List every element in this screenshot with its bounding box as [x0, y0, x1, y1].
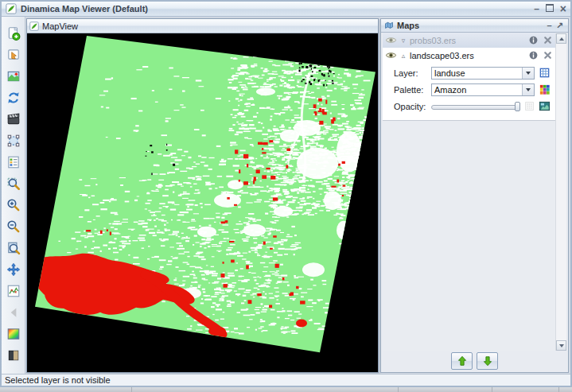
opacity-label: Opacity: — [394, 102, 427, 111]
visibility-toggle[interactable] — [385, 36, 397, 45]
maximize-button[interactable] — [546, 3, 554, 14]
expand-toggle[interactable]: ▿ — [399, 37, 407, 45]
palette-label: Palette: — [394, 85, 427, 95]
scroll-up-button[interactable] — [556, 33, 566, 44]
layer-remove-button[interactable] — [543, 50, 553, 60]
maps-panel-title: Maps — [397, 21, 544, 30]
layer-remove-button[interactable] — [543, 35, 553, 45]
opacity-slider-thumb[interactable] — [515, 102, 520, 111]
zoom-full-extent-button[interactable] — [4, 239, 23, 257]
close-button[interactable]: × — [560, 3, 566, 14]
pan-button[interactable] — [4, 261, 23, 278]
layer-row-controls: Layer: landuse — [394, 64, 551, 81]
titlebar[interactable]: Dinamica Map Viewer (Default) – × — [2, 2, 570, 17]
new-map-button[interactable] — [4, 25, 23, 42]
scroll-down-button[interactable] — [556, 340, 566, 351]
layers-block: ▿probs03.ers▵landscape03.ers Layer: land… — [383, 33, 555, 121]
visibility-toggle[interactable] — [385, 51, 397, 60]
palette-row-controls: Palette: Amazon — [394, 81, 551, 98]
zoom-in-button[interactable] — [4, 196, 23, 214]
panel-minimize-button[interactable]: – — [544, 21, 554, 30]
palette-select-dropdown-button[interactable] — [522, 84, 534, 95]
legend-button[interactable] — [4, 153, 23, 171]
maps-panel: Maps – ↗ ▿probs03.ers▵landscape03.ers La… — [380, 18, 569, 373]
zoom-to-region-button[interactable] — [4, 175, 23, 192]
screen: Dinamica Map Viewer (Default) – × MapVie… — [0, 0, 572, 392]
layers-list: ▿probs03.ers▵landscape03.ers Layer: land… — [383, 33, 566, 351]
layers-scrollbar[interactable] — [555, 33, 566, 351]
status-bar: Selected layer is not visible — [2, 374, 570, 386]
expand-toggle[interactable]: ▵ — [399, 52, 407, 60]
layer-rows: ▿probs03.ers▵landscape03.ers — [383, 33, 555, 63]
attribute-table-button[interactable] — [539, 67, 551, 79]
zoom-out-button[interactable] — [4, 218, 23, 235]
opacity-row-controls: Opacity: — [394, 98, 551, 114]
profile-plot-button[interactable] — [4, 282, 23, 300]
panel-float-button[interactable]: ↗ — [554, 21, 565, 30]
opacity-value-button[interactable] — [524, 101, 535, 111]
raster-preview-button[interactable] — [539, 100, 551, 112]
export-image-button[interactable] — [4, 68, 23, 85]
maps-panel-header[interactable]: Maps – ↗ — [381, 19, 568, 33]
maps-icon — [384, 21, 394, 30]
opacity-slider-track — [431, 105, 520, 110]
layer-select[interactable]: landuse — [431, 67, 535, 80]
palette-editor-button[interactable] — [4, 325, 23, 343]
mapview-window: MapView — [26, 18, 379, 373]
contrast-button[interactable] — [4, 347, 23, 364]
opacity-slider[interactable] — [431, 100, 520, 113]
mapview-title: MapView — [42, 21, 78, 31]
chevron-down-icon — [526, 72, 531, 75]
palette-select[interactable]: Amazon — [431, 83, 535, 96]
map-image — [27, 33, 378, 372]
arrow-up-icon — [457, 355, 468, 367]
layer-row[interactable]: ▿probs03.ers — [383, 33, 555, 48]
layer-select-dropdown-button[interactable] — [522, 68, 534, 79]
mapview-titlebar[interactable]: MapView — [27, 19, 378, 33]
status-text: Selected layer is not visible — [5, 375, 111, 385]
animation-button[interactable] — [4, 111, 23, 128]
layer-select-value: landuse — [434, 68, 522, 78]
back-button[interactable] — [4, 304, 23, 321]
arrow-down-icon — [482, 355, 493, 367]
mapview-icon — [29, 21, 39, 31]
layer-properties: Layer: landuse Palette: Amazon — [383, 63, 555, 118]
layer-order-buttons — [381, 351, 568, 371]
move-layer-down-button[interactable] — [477, 352, 498, 370]
maximize-icon — [546, 4, 554, 12]
chevron-down-icon — [526, 88, 531, 91]
layer-name: landscape03.ers — [410, 51, 524, 60]
palette-editor-button[interactable] — [539, 83, 551, 95]
window-body: MapView Maps – ↗ ▿probs03.ers▵landscape0… — [2, 17, 570, 374]
layer-info-button[interactable] — [528, 35, 539, 45]
minimize-button[interactable]: – — [534, 3, 539, 14]
layer-info-button[interactable] — [528, 50, 539, 60]
window-title: Dinamica Map Viewer (Default) — [21, 4, 534, 14]
layer-name: probs03.ers — [410, 36, 524, 45]
toolbar — [2, 17, 25, 374]
window-controls: – × — [534, 3, 566, 14]
refresh-button[interactable] — [4, 89, 23, 107]
layer-row[interactable]: ▵landscape03.ers — [383, 48, 555, 63]
triangle-down-icon — [559, 344, 564, 347]
main-window: Dinamica Map Viewer (Default) – × MapVie… — [0, 0, 572, 387]
select-region-button[interactable] — [4, 132, 23, 149]
background-window-strip — [0, 387, 572, 392]
triangle-up-icon — [559, 37, 564, 41]
pointer-tool-button[interactable] — [4, 46, 23, 64]
app-icon — [6, 3, 17, 14]
map-canvas[interactable] — [27, 33, 378, 372]
move-layer-up-button[interactable] — [451, 352, 473, 370]
palette-select-value: Amazon — [434, 85, 522, 95]
layer-label: Layer: — [394, 68, 427, 78]
